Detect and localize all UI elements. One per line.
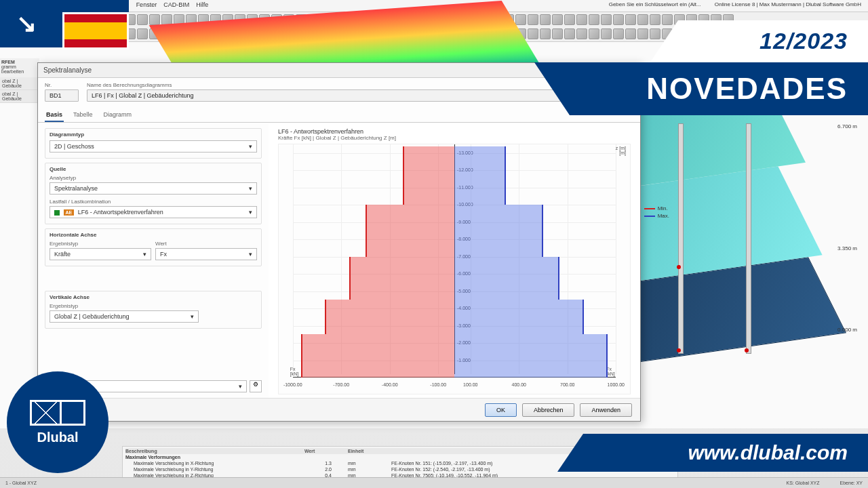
section-diagrammtyp: Diagrammtyp 2D | Geschoss [45, 128, 262, 159]
lastfall-select[interactable]: AE LF6 - Antwortspektrenverfahren [50, 206, 257, 218]
top-right-area: Geben Sie ein Schlüsselwort ein (Alt... … [609, 1, 861, 7]
status-cs: 1 - Global XYZ [5, 481, 37, 485]
fe-node [745, 348, 749, 352]
brand-name: Dlubal [37, 430, 78, 445]
banner-url: www.dlubal.com [583, 434, 868, 472]
toolbar-icon[interactable] [601, 14, 612, 25]
section-title: Quelle [50, 166, 257, 172]
toolbar-icon[interactable] [637, 14, 648, 25]
chart-title: LF6 - Antwortspektrenverfahren [278, 128, 631, 135]
toolbar-icon[interactable] [515, 14, 526, 25]
toolbar-icon[interactable] [589, 14, 599, 25]
wert-select[interactable]: Fx [155, 248, 257, 260]
field-label: Lastfall / Lastkombination [50, 199, 257, 205]
toolbar-icon[interactable] [576, 28, 587, 39]
settings-icon[interactable]: ⚙ [250, 380, 262, 392]
ae-tag: AE [64, 209, 75, 216]
dim-label: 6.700 m [837, 123, 857, 129]
analysetyp-select[interactable]: Spektralanalyse [50, 182, 257, 195]
toolbar-icon[interactable] [552, 14, 563, 25]
section-quelle: Quelle Analysetyp Spektralanalyse Lastfa… [45, 163, 262, 224]
vert-ergebnistyp-select[interactable]: Global Z | Gebäuderichtung [50, 310, 199, 323]
toolbar-icon[interactable] [613, 28, 624, 39]
nr-label: Nr. [45, 82, 79, 88]
section-title: Horizontale Achse [50, 232, 257, 238]
field-label: Analysetyp [50, 175, 257, 181]
chart-legend: Min. Max. [644, 205, 669, 220]
toolbar-icon[interactable] [528, 28, 538, 39]
ok-button[interactable]: OK [485, 403, 517, 417]
dim-label: 0.000 m [837, 327, 857, 333]
toolbar-icon[interactable] [540, 14, 551, 25]
dialog-title-text: Spektralanalyse [43, 66, 92, 74]
ergebnistyp-select[interactable]: Kräfte [50, 248, 151, 260]
toolbar-icon[interactable] [637, 28, 648, 39]
statusbar: 1 - Global XYZ KS: Global XYZ Ebene: XY [0, 477, 868, 488]
license-info: Online License 8 | Max Mustermann | Dlub… [715, 1, 861, 7]
column [678, 123, 684, 354]
field-label: Ergebnistyp [50, 241, 151, 247]
status-ebene: Ebene: XY [840, 481, 863, 485]
menu-item[interactable]: CAD-BIM [163, 1, 189, 10]
dialog-body: Diagrammtyp 2D | Geschoss Quelle Analyse… [38, 123, 640, 398]
section-title: Vertikale Achse [50, 294, 257, 300]
fe-node [677, 265, 681, 269]
section-vertikale-achse: Vertikale Achse Ergebnistyp Global Z | G… [45, 291, 262, 329]
logo-mark-icon [30, 400, 85, 426]
left-tree-items[interactable]: obal Z | Gebäude obal Z | Gebäude [0, 77, 39, 103]
nr-input[interactable]: BD1 [45, 89, 79, 102]
chart-subtitle: Kräfte Fx [kN] | Global Z | Gebäudericht… [278, 135, 631, 141]
tab-tabelle[interactable]: Tabelle [72, 108, 94, 122]
banner-date: 12/2023 [678, 20, 868, 61]
toolbar-icon[interactable] [137, 14, 148, 25]
column [746, 123, 751, 354]
search-hint[interactable]: Geben Sie ein Schlüsselwort ein (Alt... [609, 1, 701, 7]
dialog-spectral-analysis: Spektralanalyse – □ × Nr. BD1 Name des B… [37, 62, 641, 422]
flag-spain-icon [62, 12, 129, 49]
toolbar-icon[interactable] [564, 28, 575, 39]
field-label: Wert [155, 241, 257, 247]
dim-label: 3.350 m [837, 245, 857, 251]
status-ks: KS: Global XYZ [787, 481, 820, 485]
app-panel-title: RFEM gramm bearbeiten [0, 58, 39, 77]
toolbar-icon[interactable] [528, 14, 538, 25]
toolbar-icon[interactable] [625, 14, 636, 25]
toolbar-icon[interactable] [576, 14, 587, 25]
toolbar-icon[interactable] [625, 28, 636, 39]
toolbar-icon[interactable] [564, 14, 575, 25]
toolbar-icon[interactable] [613, 14, 624, 25]
apply-button[interactable]: Anwenden [580, 403, 632, 417]
section-horizontale-achse: Horizontale Achse Ergebnistyp Kräfte Wer… [45, 228, 262, 266]
toolbar-icon[interactable] [149, 14, 160, 25]
settings-panel: Diagrammtyp 2D | Geschoss Quelle Analyse… [38, 123, 269, 398]
menu-item[interactable]: Hilfe [196, 1, 208, 10]
fe-node [677, 348, 681, 352]
arrow-down-right-icon: ↘ [12, 9, 41, 38]
brand-logo: Dlubal [7, 371, 108, 473]
toolbar-icon[interactable] [137, 28, 148, 39]
toolbar-icon[interactable] [589, 28, 599, 39]
toolbar-icon[interactable] [540, 28, 551, 39]
tab-basis[interactable]: Basis [45, 108, 64, 122]
field-label: Ergebnistyp [50, 303, 257, 309]
banner-headline: NOVEDADES [570, 62, 868, 115]
chart-area: -1.000-2.000-3.000-4.000-5.000-6.000-7.0… [278, 144, 631, 394]
chart-panel: LF6 - Antwortspektrenverfahren Kräfte Fx… [269, 123, 640, 398]
cancel-button[interactable]: Abbrechen [522, 403, 575, 417]
dialog-buttons: OK Abbrechen Anwenden [38, 398, 640, 421]
menu-item[interactable]: Fenster [136, 1, 157, 10]
diagrammtyp-select[interactable]: 2D | Geschoss [50, 140, 257, 152]
color-swatch [54, 210, 60, 216]
section-title: Diagrammtyp [50, 131, 257, 138]
tab-diagramm[interactable]: Diagramm [102, 108, 134, 122]
toolbar-icon[interactable] [552, 28, 563, 39]
toolbar-icon[interactable] [601, 28, 612, 39]
